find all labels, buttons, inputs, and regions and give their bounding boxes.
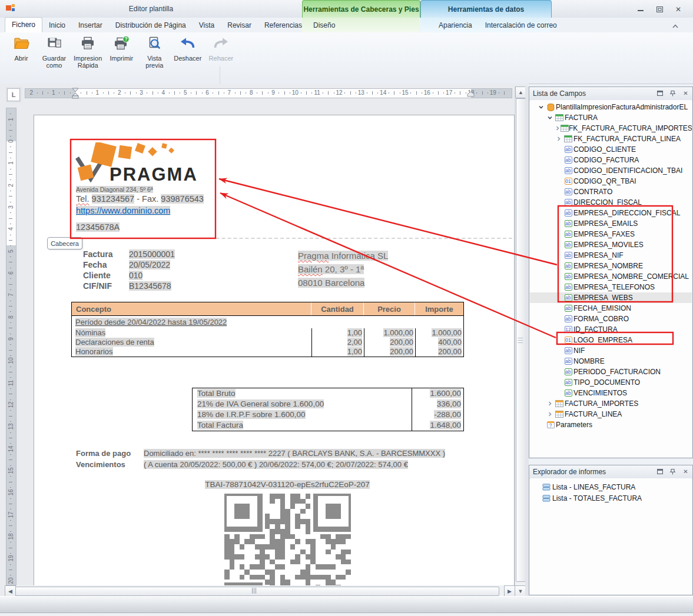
field-item-factura_linea[interactable]: FACTURA_LINEA xyxy=(530,409,692,419)
deshacer-button[interactable]: Deshacer xyxy=(171,34,204,69)
field-item-factura[interactable]: FACTURA xyxy=(530,112,692,123)
field-item-plantillaimpresionfacturaadministradorel[interactable]: PlantillaImpresionFacturaAdministradorEL xyxy=(530,102,692,112)
expander-closed-icon[interactable] xyxy=(546,411,554,417)
field-item-tipo_documento[interactable]: abTIPO_DOCUMENTO xyxy=(530,377,692,388)
company-website-link[interactable]: https://www.dominio.com xyxy=(76,206,170,215)
total-value-text: -288,00 xyxy=(434,410,461,419)
report-item-lista-lineas-factura[interactable]: Lista - LINEAS_FACTURA xyxy=(530,481,692,492)
company-address-line: Avenida Diagonal 234, 5º 6ª xyxy=(76,186,153,193)
collapse-ribbon-icon[interactable] xyxy=(672,21,679,32)
total-label: Total Bruto xyxy=(193,388,412,399)
field-item-periodo_facturacion[interactable]: abPERIODO_FACTURACION xyxy=(530,367,692,377)
field-item-codigo_qr_tbai[interactable]: 01CODIGO_QR_TBAI xyxy=(530,176,692,187)
cell-value: 1.000,00 xyxy=(432,328,462,337)
imprimir-button[interactable]: ?Imprimir xyxy=(105,34,138,69)
field-item-empresa_faxes[interactable]: abEMPRESA_FAXES xyxy=(530,229,692,239)
impresion-r-pida-button[interactable]: ImpresionRápida xyxy=(71,34,105,69)
scroll-right-icon[interactable]: ▶ xyxy=(504,585,515,597)
totals-row: Total Factura1.648,00 xyxy=(193,420,463,431)
bound-text-field-icon: ab xyxy=(563,368,573,375)
field-item-codigo_identificacion_tbai[interactable]: abCODIGO_IDENTIFICACION_TBAI xyxy=(530,165,692,176)
restore-button[interactable] xyxy=(652,4,667,14)
table-icon xyxy=(554,411,565,418)
field-item-id_factura[interactable]: 12ID_FACTURA xyxy=(530,324,692,335)
title-bar: Editor plantilla Herramientas de Cabecer… xyxy=(0,0,693,18)
close-panel-icon[interactable]: ✕ xyxy=(681,467,690,476)
field-item-vencimientos[interactable]: abVENCIMIENTOS xyxy=(530,388,692,398)
field-item-direccion_fiscal[interactable]: abDIRECCION_FISCAL xyxy=(530,197,692,208)
field-label: FK_FACTURA_FACTURA_IMPORTES xyxy=(569,124,692,132)
tab-apariencia[interactable]: Apariencia xyxy=(432,18,479,32)
field-item-forma_cobro[interactable]: abFORMA_COBRO xyxy=(530,314,692,324)
ruler-number: 6 xyxy=(6,268,15,278)
item-concept-cell: Honorarios xyxy=(72,347,311,357)
field-item-fk_factura_factura_importes[interactable]: FK_FACTURA_FACTURA_IMPORTES xyxy=(530,123,692,134)
field-item-empresa_moviles[interactable]: abEMPRESA_MOVILES xyxy=(530,239,692,250)
item-amount-cell: 200,00 xyxy=(364,347,415,357)
tab-inicio[interactable]: Inicio xyxy=(42,18,72,32)
ruler-number: 14 xyxy=(379,89,387,96)
report-item-lista-totales-factura[interactable]: Lista - TOTALES_FACTURA xyxy=(530,492,692,504)
item-amount-cell: 1,00 xyxy=(311,328,364,338)
field-item-nombre[interactable]: abNOMBRE xyxy=(530,356,692,367)
field-item-fecha_emision[interactable]: abFECHA_EMISION xyxy=(530,303,692,314)
pin-panel-icon[interactable] xyxy=(668,89,677,98)
minimize-button[interactable] xyxy=(633,4,648,14)
expander-closed-icon[interactable] xyxy=(555,136,563,142)
tab-revisar[interactable]: Revisar xyxy=(221,18,258,32)
field-item-nif[interactable]: abNIF xyxy=(530,345,692,356)
tab-selector-box[interactable]: L xyxy=(7,88,20,101)
field-item-empresa_nif[interactable]: abEMPRESA_NIF xyxy=(530,250,692,261)
abrir-button[interactable]: Abrir xyxy=(5,34,38,69)
ruler-tick xyxy=(9,504,12,504)
tab-fichero[interactable]: Fichero xyxy=(5,17,42,32)
field-item-empresa_emails[interactable]: abEMPRESA_EMAILS xyxy=(530,218,692,229)
expander-open-icon[interactable] xyxy=(546,115,554,121)
ruler-tick xyxy=(92,92,92,94)
expander-open-icon[interactable] xyxy=(537,104,545,110)
field-item-empresa_direccion_fiscal[interactable]: abEMPRESA_DIRECCION_FISCAL xyxy=(530,208,692,218)
image-field-icon: 01 xyxy=(563,337,573,344)
parameters-icon: ? xyxy=(545,421,556,428)
field-item-empresa_telefonos[interactable]: abEMPRESA_TELEFONOS xyxy=(530,282,692,292)
field-item-fk_factura_factura_linea[interactable]: FK_FACTURA_FACTURA_LINEA xyxy=(530,134,692,144)
close-button[interactable]: ✕ xyxy=(671,4,686,14)
field-item-empresa_webs[interactable]: abEMPRESA_WEBS xyxy=(530,292,692,303)
field-item-empresa_nombre[interactable]: abEMPRESA_NOMBRE xyxy=(530,261,692,271)
cell-value: 1,00 xyxy=(347,347,362,356)
expander-closed-icon[interactable] xyxy=(555,125,561,131)
ruler-tick xyxy=(10,410,11,411)
field-item-parameters[interactable]: ?Parameters xyxy=(530,419,692,430)
ruler-tick xyxy=(356,92,356,94)
company-logo[interactable]: PRAGMA xyxy=(75,142,214,185)
payment-method-row: Forma de pagoDomiciliado en: **** **** *… xyxy=(76,449,445,458)
tab-dise-o[interactable]: Diseño xyxy=(307,18,341,32)
field-label: PERIODO_FACTURACION xyxy=(573,368,661,376)
maximize-panel-icon[interactable] xyxy=(655,467,664,476)
vista-previa-button[interactable]: Vistaprevia xyxy=(138,34,171,69)
tab-vista[interactable]: Vista xyxy=(193,18,221,32)
band-label[interactable]: Cabecera xyxy=(47,237,82,249)
tab-referencias[interactable]: Referencias xyxy=(258,18,309,32)
field-item-factura_importes[interactable]: FACTURA_IMPORTES xyxy=(530,398,692,409)
ruler-number: 19 xyxy=(489,89,497,96)
maximize-panel-icon[interactable] xyxy=(655,89,664,98)
field-item-codigo_factura[interactable]: abCODIGO_FACTURA xyxy=(530,155,692,165)
ruler-tick xyxy=(64,91,65,95)
scroll-down-icon[interactable]: ▼ xyxy=(515,585,526,597)
guardar-como-button[interactable]: Guardarcomo xyxy=(38,34,71,69)
field-item-codigo_cliente[interactable]: abCODIGO_CLIENTE xyxy=(530,144,692,155)
scroll-left-icon[interactable]: ◀ xyxy=(5,585,16,597)
indent-marker-icon[interactable] xyxy=(71,88,79,99)
field-item-logo_empresa[interactable]: 01LOGO_EMPRESA xyxy=(530,335,692,345)
field-item-contrato[interactable]: abCONTRATO xyxy=(530,187,692,197)
total-value-text: 336,00 xyxy=(437,399,461,408)
field-item-empresa_nombre_comercial[interactable]: abEMPRESA_NOMBRE_COMERCIAL xyxy=(530,271,692,282)
tab-distribuci-n-de-p-gina[interactable]: Distribución de Página xyxy=(109,18,193,32)
tab-insertar[interactable]: Insertar xyxy=(72,18,109,32)
close-panel-icon[interactable]: ✕ xyxy=(681,89,690,98)
tab-intercalaci-n-de-correo[interactable]: Intercalación de correo xyxy=(479,18,563,32)
right-margin-marker-icon[interactable] xyxy=(467,91,475,97)
expander-closed-icon[interactable] xyxy=(546,401,554,407)
pin-panel-icon[interactable] xyxy=(668,467,677,476)
